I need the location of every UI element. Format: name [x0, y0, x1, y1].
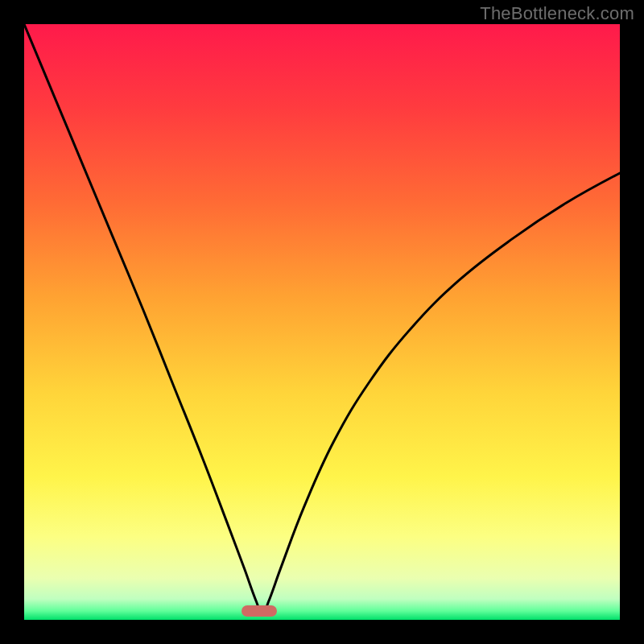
plot-area [24, 24, 620, 620]
bottleneck-curve [24, 24, 620, 620]
minimum-marker [242, 605, 277, 617]
watermark-text: TheBottleneck.com [480, 3, 634, 24]
outer-frame: TheBottleneck.com [0, 0, 644, 644]
